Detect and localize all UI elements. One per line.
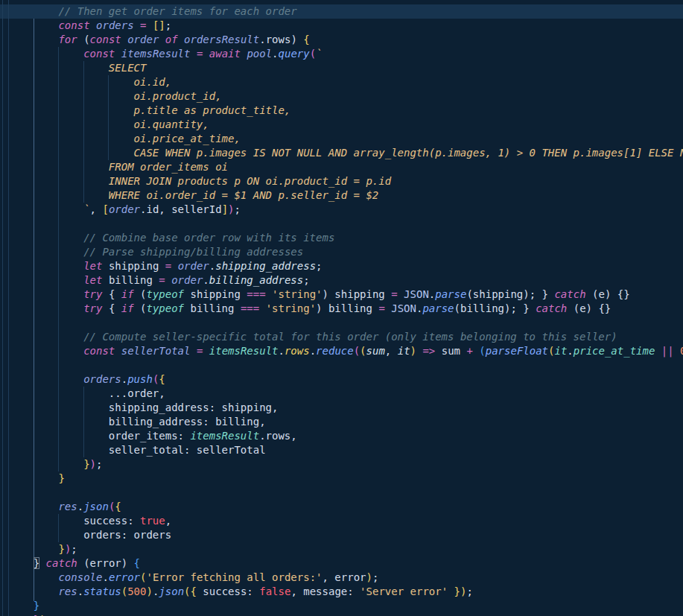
code-line[interactable]: `, [order.id, sellerId]); (8, 203, 683, 217)
code-token: price_at_time (574, 345, 655, 357)
code-token: order (171, 274, 203, 286)
code-token: JSON (391, 302, 416, 314)
code-editor[interactable]: // Then get order items for each order c… (0, 0, 683, 616)
code-token: sum (435, 345, 466, 357)
code-line[interactable]: ...order, (8, 387, 683, 401)
code-token: . (429, 288, 435, 300)
code-token: order_items: (109, 430, 191, 442)
code-token: ( (354, 345, 360, 357)
code-line[interactable] (8, 316, 683, 330)
code-line[interactable]: res.json({ (8, 500, 683, 514)
code-token: if (121, 288, 134, 300)
code-line[interactable]: }); (8, 542, 683, 556)
code-token: .rows, (259, 430, 297, 442)
code-token: 'Error fetching all orders:' (146, 571, 322, 583)
code-line[interactable]: const sellerTotal = itemsResult.rows.red… (8, 344, 683, 358)
code-line[interactable]: // Parse shipping/billing addresses (8, 245, 683, 259)
code-token: (error) (77, 557, 134, 569)
code-line[interactable]: CASE WHEN p.images IS NOT NULL AND array… (8, 146, 683, 160)
code-line[interactable]: FROM order_items oi (8, 160, 683, 174)
code-line[interactable]: p.title as product_title, (8, 104, 683, 118)
indent-guide (2, 0, 3, 616)
code-line[interactable]: }); (8, 613, 683, 616)
code-token: (shipping); } (466, 288, 554, 300)
code-token: { (134, 557, 140, 569)
code-line[interactable]: try { if (typeof shipping === 'string') … (8, 288, 683, 302)
code-token: . (209, 260, 215, 272)
code-line[interactable]: orders.push({ (8, 372, 683, 387)
code-token: p.title as product_title, (134, 104, 291, 116)
code-token (134, 19, 140, 31)
code-line[interactable]: shipping_address: shipping, (8, 401, 683, 415)
code-line[interactable]: success: true, (8, 514, 683, 528)
code-line[interactable]: } catch (error) { (8, 556, 683, 571)
code-token: ( (310, 48, 316, 60)
code-line[interactable]: order_items: itemsResult.rows, (8, 429, 683, 443)
code-line[interactable]: oi.product_id, (8, 89, 683, 104)
code-token: ; (372, 571, 378, 583)
code-token: itemsResult (209, 345, 279, 357)
code-token: oi.quantity, (134, 118, 209, 130)
code-line[interactable]: }); (8, 457, 683, 471)
code-line[interactable] (8, 358, 683, 372)
code-line[interactable]: orders: orders (8, 528, 683, 542)
code-token: (billing); } (454, 302, 536, 314)
code-line[interactable]: oi.quantity, (8, 118, 683, 132)
code-token: orders (83, 373, 121, 385)
code-token (190, 345, 196, 357)
code-line[interactable]: try { if (typeof billing === 'string') b… (8, 302, 683, 316)
code-token: (e) {} (567, 302, 611, 314)
code-line[interactable]: // Combine base order row with its items (8, 231, 683, 245)
code-token: , (385, 345, 398, 357)
code-token: ) billing (316, 302, 378, 314)
code-line[interactable]: } (8, 471, 683, 486)
code-token: , message: (290, 585, 360, 597)
code-line[interactable]: // Then get order items for each order (8, 4, 683, 19)
code-line[interactable]: WHERE oi.order_id = $1 AND p.seller_id =… (8, 188, 683, 203)
code-line[interactable]: } (8, 599, 683, 613)
code-token: [ (102, 203, 108, 215)
code-line[interactable]: SELECT (8, 61, 683, 75)
code-token: shipping_address: shipping, (109, 401, 279, 413)
code-line[interactable]: const itemsResult = await pool.query(` (8, 47, 683, 61)
code-line[interactable]: // Compute seller-specific total for thi… (8, 330, 683, 344)
code-token: const (58, 19, 89, 31)
code-line[interactable]: res.status(500).json({ success: false, m… (8, 585, 683, 599)
code-token: } (83, 458, 89, 470)
code-token: ...order, (109, 387, 165, 399)
code-token: true (140, 515, 165, 527)
code-token: { (102, 288, 121, 300)
code-line[interactable]: oi.price_at_time, (8, 132, 683, 146)
code-token: json (83, 501, 109, 512)
code-line[interactable] (8, 486, 683, 500)
code-line[interactable]: console.error('Error fetching all orders… (8, 571, 683, 585)
code-token: } (58, 543, 64, 555)
code-token: WHERE oi.order_id = $1 AND p.seller_id =… (109, 189, 378, 201)
code-line[interactable]: let shipping = order.shipping_address; (8, 259, 683, 273)
code-line[interactable] (8, 217, 683, 231)
code-token: = (159, 274, 165, 286)
code-token: shipping (102, 260, 165, 272)
code-line[interactable]: const orders = []; (8, 19, 683, 33)
code-token: reduce (316, 345, 354, 357)
code-token: ; (96, 458, 102, 470)
code-token: billing (102, 274, 159, 286)
code-token: oi.price_at_time, (134, 133, 241, 145)
code-token: success: (197, 585, 259, 597)
code-token: CASE WHEN p.images IS NOT NULL AND array… (134, 147, 683, 159)
code-token: [] (153, 19, 165, 31)
code-line[interactable]: seller_total: sellerTotal (8, 443, 683, 457)
code-content: // Then get order items for each order c… (8, 4, 683, 616)
code-token: billing (184, 302, 241, 314)
code-line[interactable]: for (const order of ordersResult.rows) { (8, 33, 683, 47)
code-token: ( (548, 345, 554, 357)
code-token: let (83, 274, 102, 286)
code-token: . (77, 585, 83, 597)
code-token: . (272, 48, 278, 60)
code-line[interactable]: let billing = order.billing_address; (8, 273, 683, 288)
code-token: ({ (184, 585, 197, 597)
code-token: push (127, 373, 153, 385)
code-line[interactable]: oi.id, (8, 75, 683, 89)
code-line[interactable]: INNER JOIN products p ON oi.product_id =… (8, 174, 683, 188)
code-line[interactable]: billing_address: billing, (8, 415, 683, 429)
